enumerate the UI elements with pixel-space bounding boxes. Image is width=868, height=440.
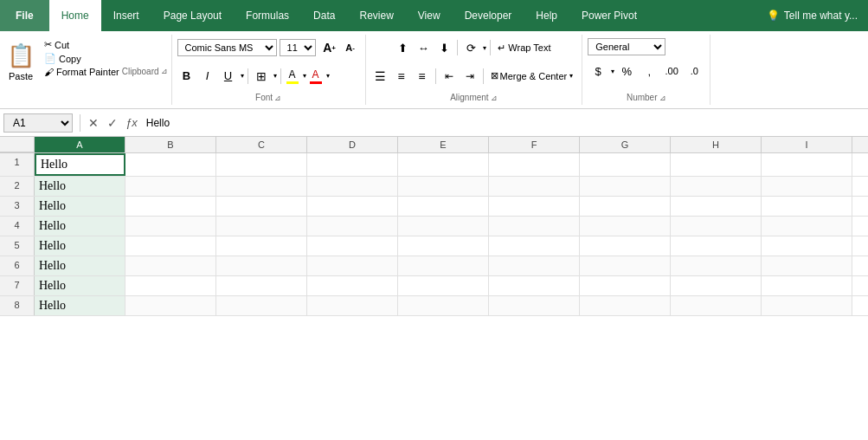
accounting-button[interactable]: $ [588,61,608,81]
row-header-5[interactable]: 5 [0,236,35,256]
font-size-select[interactable]: 11 [280,39,316,56]
number-format-select[interactable]: General [588,38,665,55]
grid-cell[interactable] [671,296,762,315]
percent-button[interactable]: % [616,61,637,81]
cell-reference-box[interactable]: A1 [3,113,73,133]
grid-cell[interactable] [125,177,216,196]
confirm-formula-button[interactable]: ✓ [103,113,122,133]
underline-dropdown[interactable]: ▾ [241,72,244,80]
grid-cell[interactable] [307,153,398,176]
alignment-expand-icon[interactable]: ⊿ [491,94,498,102]
font-color-button[interactable]: A [308,68,324,85]
grid-cell[interactable] [125,296,216,315]
grid-cell[interactable] [580,177,671,196]
borders-button[interactable]: ⊞ [252,67,271,86]
row-header-1[interactable]: 1 [0,153,35,176]
grid-cell[interactable] [398,177,489,196]
align-center-button[interactable]: ≡ [392,67,411,86]
grid-corner[interactable] [0,137,35,152]
tab-data[interactable]: Data [301,0,347,31]
tab-power-pivot[interactable]: Power Pivot [569,0,649,31]
grid-cell[interactable] [216,153,307,176]
tab-insert[interactable]: Insert [101,0,151,31]
grid-cell[interactable] [125,153,216,176]
grid-cell[interactable] [762,276,852,295]
grid-cell[interactable] [580,153,671,176]
tell-me-box[interactable]: 💡 Tell me what y... [756,0,868,31]
grid-cell[interactable] [307,256,398,275]
grid-cell[interactable] [125,236,216,256]
formula-input[interactable] [141,115,865,131]
grid-cell[interactable]: Hello [35,276,125,295]
grid-cell[interactable]: Hello [35,256,125,275]
font-name-select[interactable]: Comic Sans MS [177,39,277,56]
grid-cell[interactable] [580,217,671,236]
col-header-E[interactable]: E [398,137,489,152]
tab-developer[interactable]: Developer [453,0,524,31]
grid-cell[interactable] [307,296,398,315]
grid-cell[interactable] [671,236,762,256]
grid-cell[interactable] [307,217,398,236]
grid-cell[interactable] [398,296,489,315]
grid-cell[interactable] [762,177,852,196]
col-header-G[interactable]: G [580,137,671,152]
decrease-font-button[interactable]: A- [341,38,360,57]
col-header-H[interactable]: H [671,137,762,152]
grid-cell[interactable] [489,153,580,176]
col-header-B[interactable]: B [125,137,216,152]
tab-file[interactable]: File [0,0,49,31]
increase-decimal-button[interactable]: .00 [661,61,682,81]
orientation-button[interactable]: ⟳ [461,38,480,57]
grid-cell[interactable] [398,276,489,295]
grid-cell[interactable] [398,197,489,216]
grid-cell[interactable] [216,256,307,275]
col-header-D[interactable]: D [307,137,398,152]
cut-button[interactable]: ✂ Cut [42,38,122,51]
grid-cell[interactable] [762,197,852,216]
grid-cell[interactable] [671,153,762,176]
col-header-A[interactable]: A [35,137,125,152]
grid-cell[interactable] [216,197,307,216]
grid-cell[interactable] [307,236,398,256]
tab-formulas[interactable]: Formulas [234,0,301,31]
grid-cell[interactable]: Hello [35,296,125,315]
indent-increase-button[interactable]: ⇥ [460,67,479,86]
grid-cell[interactable]: Hello [35,177,125,196]
grid-cell[interactable] [489,256,580,275]
comma-button[interactable]: , [639,61,659,81]
align-top-button[interactable]: ⬆ [393,38,412,57]
format-painter-button[interactable]: 🖌 Format Painter [42,66,122,78]
grid-cell[interactable] [489,276,580,295]
row-header-6[interactable]: 6 [0,256,35,275]
row-header-4[interactable]: 4 [0,217,35,236]
tab-page-layout[interactable]: Page Layout [151,0,234,31]
grid-cell[interactable] [762,236,852,256]
orientation-dropdown[interactable]: ▾ [483,44,486,52]
fill-color-button[interactable]: A [285,68,300,85]
tab-view[interactable]: View [406,0,453,31]
grid-cell[interactable] [580,276,671,295]
grid-cell[interactable] [125,197,216,216]
align-bottom-button[interactable]: ⬇ [434,38,453,57]
grid-cell[interactable] [125,217,216,236]
grid-cell[interactable] [671,217,762,236]
grid-cell[interactable] [671,177,762,196]
grid-cell[interactable] [216,217,307,236]
underline-button[interactable]: U [219,67,238,86]
font-color-dropdown[interactable]: ▾ [326,72,330,80]
grid-cell[interactable] [580,296,671,315]
row-header-2[interactable]: 2 [0,177,35,196]
align-left-button[interactable]: ☰ [371,67,390,86]
grid-cell[interactable] [671,256,762,275]
grid-cell[interactable] [489,177,580,196]
fx-button[interactable]: ƒx [125,116,138,129]
row-header-7[interactable]: 7 [0,276,35,295]
increase-font-button[interactable]: A+ [320,38,339,57]
grid-cell[interactable] [489,217,580,236]
grid-cell[interactable] [216,236,307,256]
grid-cell[interactable] [489,296,580,315]
merge-center-button[interactable]: ⊠ Merge & Center ▾ [487,68,577,83]
grid-cell[interactable] [671,197,762,216]
grid-cell[interactable] [580,236,671,256]
col-header-I[interactable]: I [762,137,852,152]
